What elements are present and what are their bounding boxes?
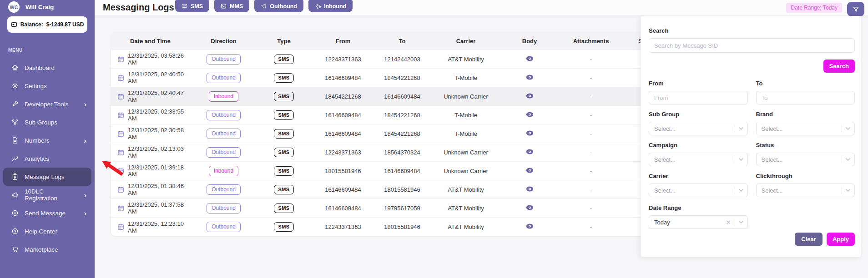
sidebar-item-settings[interactable]: Settings	[3, 77, 91, 95]
search-input[interactable]	[649, 38, 855, 53]
sms-filter-button[interactable]: SMS	[175, 0, 209, 12]
calendar-icon	[117, 112, 124, 119]
sidebar-item-message-logs[interactable]: Message Logs	[3, 168, 91, 186]
brand-field: BrandSelect...	[756, 111, 855, 135]
search-button[interactable]: Search	[823, 60, 855, 73]
column-header-type: Type	[254, 38, 313, 45]
sidebar-item-developer-tools[interactable]: Developer Tools›	[3, 95, 91, 113]
chevron-down-icon[interactable]	[738, 219, 744, 225]
sidebar-item-sub-groups[interactable]: Sub Groups	[3, 113, 91, 131]
chevron-down-icon[interactable]	[845, 157, 851, 162]
attachments-cell: -	[559, 130, 623, 137]
file-icon	[11, 137, 19, 144]
direction-badge: Outbound	[207, 147, 241, 158]
date-range-badge: Date Range: Today	[786, 3, 842, 13]
sidebar: WC Will Craig Balance: $-1249.87 USD MEN…	[0, 0, 95, 278]
funnel-icon	[853, 6, 859, 13]
date-range-label: Date Range	[649, 204, 748, 211]
view-body-eye-icon[interactable]	[526, 167, 534, 174]
balance-card[interactable]: Balance: $-1249.87 USD	[7, 16, 87, 33]
inbound-filter-button[interactable]: Inbound	[308, 0, 353, 12]
sidebar-item-send-message[interactable]: Send Message›	[3, 204, 91, 222]
type-badge: SMS	[274, 204, 293, 213]
campaign-select[interactable]: Select...	[649, 153, 748, 166]
sidebar-item-numbers[interactable]: Numbers›	[3, 131, 91, 149]
chevron-down-icon[interactable]	[738, 188, 744, 193]
from-cell: 12243371363	[313, 223, 373, 230]
type-badge: SMS	[274, 55, 293, 64]
chevron-down-icon[interactable]	[845, 126, 851, 131]
view-body-eye-icon[interactable]	[526, 223, 534, 229]
sidebar-item-10dlc-registration[interactable]: 10DLC Registration›	[3, 186, 91, 204]
to-cell: 19795617059	[373, 205, 432, 212]
chevron-down-icon[interactable]	[738, 157, 744, 162]
sms-icon	[182, 3, 187, 9]
sub-group-select[interactable]: Select...	[649, 122, 748, 135]
type-badge: SMS	[274, 166, 293, 176]
quick-filter-buttons: SMSMMSOutboundInbound	[175, 0, 353, 12]
attachments-cell: -	[559, 112, 623, 119]
type-badge: SMS	[274, 148, 293, 157]
calendar-icon	[117, 74, 124, 81]
view-body-eye-icon[interactable]	[526, 130, 534, 136]
type-badge: SMS	[274, 110, 293, 120]
cart-icon	[11, 246, 19, 253]
view-body-eye-icon[interactable]	[526, 149, 534, 155]
direction-badge: Outbound	[207, 184, 241, 195]
attachments-cell: -	[559, 74, 623, 81]
filter-toggle-button[interactable]	[847, 2, 864, 16]
from-cell: 16146609484	[313, 74, 373, 81]
chevron-down-icon[interactable]	[738, 126, 744, 131]
type-badge: SMS	[274, 185, 293, 194]
column-header-direction: Direction	[193, 38, 254, 45]
brand-select[interactable]: Select...	[756, 122, 855, 135]
carrier-select[interactable]: Select...	[649, 184, 748, 197]
to-input[interactable]	[756, 91, 855, 104]
attachments-cell: -	[559, 56, 623, 63]
to-cell: 18015581946	[373, 223, 432, 230]
filter-panel: Search Search FromToSub GroupSelect...Br…	[641, 16, 861, 257]
status-select[interactable]: Select...	[756, 153, 855, 166]
clear-button[interactable]: Clear	[795, 233, 823, 246]
attachments-cell: -	[559, 168, 623, 174]
date-range-value: Today	[654, 219, 726, 226]
user-row[interactable]: WC Will Craig	[0, 0, 95, 13]
carrier-cell: T-Mobile	[432, 74, 500, 81]
view-body-eye-icon[interactable]	[526, 93, 534, 99]
apply-button[interactable]: Apply	[827, 233, 855, 246]
date-range-select[interactable]: Today ✕	[649, 215, 748, 229]
chevron-right-icon: ›	[84, 191, 86, 199]
search-label: Search	[649, 27, 855, 34]
column-header-from: From	[313, 38, 373, 45]
sidebar-item-analytics[interactable]: Analytics	[3, 149, 91, 168]
mms-filter-button[interactable]: MMS	[214, 0, 249, 12]
type-badge: SMS	[274, 92, 293, 101]
view-body-eye-icon[interactable]	[526, 55, 534, 62]
calendar-icon	[117, 56, 124, 63]
to-field: To	[756, 80, 855, 104]
chevron-right-icon: ›	[84, 209, 86, 217]
view-body-eye-icon[interactable]	[526, 74, 534, 80]
view-body-eye-icon[interactable]	[526, 204, 534, 211]
chart-icon	[11, 155, 19, 162]
clear-x-icon[interactable]: ✕	[726, 219, 731, 226]
carrier-cell: AT&T Mobility	[432, 223, 500, 230]
carrier-cell: AT&T Mobility	[432, 186, 500, 193]
to-cell: 18454221268	[373, 112, 432, 119]
to-cell: 12142442003	[373, 56, 432, 63]
clickthrough-select[interactable]: Select...	[756, 184, 855, 197]
campaign-field: CampaignSelect...	[649, 142, 748, 166]
sidebar-item-dashboard[interactable]: Dashboard	[3, 59, 91, 77]
sidebar-item-label: Settings	[25, 83, 47, 89]
sidebar-item-label: Marketplace	[25, 246, 58, 253]
chevron-down-icon[interactable]	[845, 188, 851, 193]
view-body-eye-icon[interactable]	[526, 186, 534, 192]
from-input[interactable]	[649, 91, 748, 104]
sidebar-item-marketplace[interactable]: Marketplace	[3, 240, 91, 258]
gear-icon	[11, 82, 19, 89]
sidebar-item-help-center[interactable]: Help Center	[3, 222, 91, 240]
outbound-filter-button[interactable]: Outbound	[254, 0, 303, 12]
column-header-to: To	[373, 38, 432, 45]
from-field: From	[649, 80, 748, 104]
view-body-eye-icon[interactable]	[526, 111, 534, 118]
